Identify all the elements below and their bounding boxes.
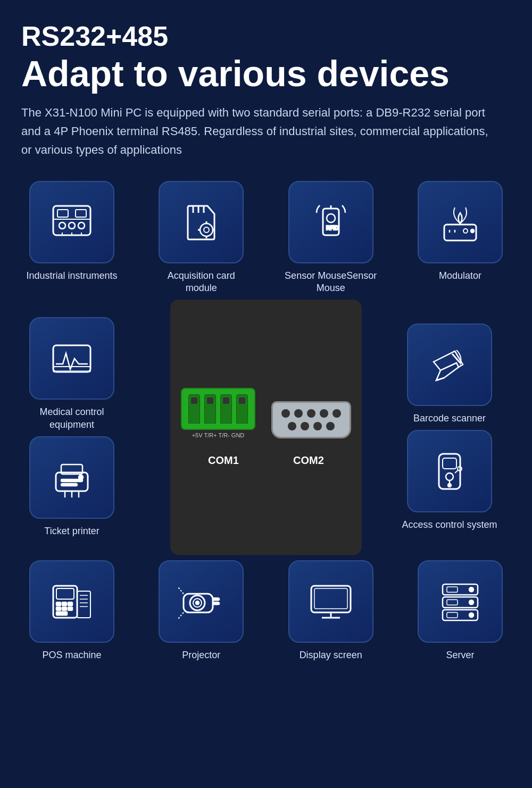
svg-rect-1: [57, 210, 68, 217]
db9-pin: [326, 422, 335, 430]
row-2: Medical control equipment: [21, 300, 511, 555]
svg-rect-54: [62, 607, 66, 610]
access-icon: [426, 447, 473, 495]
com2-label: COM2: [293, 454, 324, 467]
ticket-label: Ticket printer: [44, 525, 99, 537]
connector-row: +5V T/R+ T/R- GND: [181, 388, 351, 438]
svg-rect-52: [68, 602, 72, 605]
svg-point-75: [469, 587, 473, 592]
db9-connector: [271, 401, 351, 438]
pin-slot: [239, 397, 245, 404]
barcode-icon-box: [407, 324, 492, 406]
com1-block: +5V T/R+ T/R- GND: [181, 388, 255, 438]
svg-point-47: [448, 484, 451, 487]
industrial-icon-box: [29, 181, 114, 263]
pin-slot: [207, 397, 213, 404]
barcode-label: Barcode scanner: [413, 412, 486, 425]
right-column: Barcode scanner Access control sy: [399, 324, 511, 532]
sensor-label: Sensor MouseSensor Mouse: [280, 270, 381, 295]
com1-label: COM1: [208, 454, 239, 467]
svg-rect-2: [76, 210, 86, 217]
svg-rect-49: [56, 588, 74, 599]
svg-point-38: [79, 475, 83, 479]
modulator-icon-box: [418, 181, 503, 263]
description-text: The X31-N100 Mini PC is equipped with tw…: [21, 103, 500, 160]
device-modulator: Modulator: [410, 181, 511, 295]
sensor-icon: RFID: [307, 198, 355, 246]
pos-icon: [48, 578, 96, 626]
db9-pin: [301, 422, 309, 430]
projector-label: Projector: [182, 649, 220, 661]
com2-block: [271, 401, 351, 438]
acquisition-icon: [177, 198, 225, 246]
ticket-icon: [48, 454, 96, 502]
modulator-icon: [436, 198, 484, 246]
svg-point-77: [469, 613, 473, 617]
phoenix-pin-1: [188, 394, 200, 424]
title-rs232: RS232+485: [21, 21, 511, 52]
device-acquisition: Acquisition card module: [151, 181, 252, 295]
device-projector: Projector: [151, 560, 252, 661]
svg-rect-78: [447, 587, 458, 592]
svg-rect-0: [53, 206, 90, 235]
svg-rect-55: [68, 607, 72, 610]
svg-rect-32: [61, 479, 82, 482]
phoenix-terminal: [181, 388, 255, 430]
row-1: Industrial instruments: [21, 181, 511, 295]
display-label: Display screen: [300, 649, 362, 661]
device-barcode: Barcode scanner: [399, 324, 500, 425]
svg-rect-33: [61, 484, 77, 486]
display-icon-box: [288, 560, 373, 643]
access-icon-box: [407, 430, 492, 512]
svg-point-4: [69, 222, 75, 229]
pin-label: +5V T/R+ T/R- GND: [192, 432, 245, 438]
device-industrial: Industrial instruments: [21, 181, 122, 295]
display-icon: [307, 578, 355, 626]
svg-rect-67: [213, 602, 219, 604]
svg-point-25: [463, 229, 468, 233]
server-label: Server: [446, 649, 474, 661]
left-column: Medical control equipment: [21, 317, 133, 537]
device-display: Display screen: [280, 560, 381, 661]
device-grid: Industrial instruments: [21, 181, 511, 662]
acquisition-icon-box: [159, 181, 244, 263]
svg-point-19: [327, 214, 335, 222]
svg-rect-28: [53, 345, 90, 372]
pin-slot: [191, 397, 197, 404]
title-adapt: Adapt to various devices: [21, 54, 511, 94]
medical-icon: [48, 335, 96, 383]
svg-point-65: [196, 601, 199, 604]
com-connectors: +5V T/R+ T/R- GND: [181, 388, 351, 467]
svg-point-76: [469, 600, 473, 604]
db9-pin: [307, 409, 315, 418]
pin-slot: [223, 397, 229, 404]
medical-icon-box: [29, 317, 114, 400]
industrial-label: Industrial instruments: [26, 270, 117, 282]
phoenix-pin-4: [236, 394, 248, 424]
db9-row-2: [288, 422, 335, 430]
db9-row-1: [281, 409, 341, 418]
device-access: Access control system: [399, 430, 500, 531]
sensor-icon-box: RFID: [288, 181, 373, 263]
db9-pin: [294, 409, 303, 418]
pos-label: POS machine: [42, 649, 101, 661]
acquisition-label: Acquisition card module: [151, 270, 252, 295]
svg-point-5: [78, 222, 85, 229]
svg-rect-69: [314, 588, 347, 609]
svg-rect-50: [56, 602, 61, 605]
modulator-label: Modulator: [439, 270, 481, 282]
barcode-icon: [426, 341, 473, 388]
com-label-row: COM1 COM2: [181, 454, 351, 467]
svg-point-13: [200, 223, 213, 236]
center-connector-box: +5V T/R+ T/R- GND: [170, 300, 362, 555]
server-icon-box: [418, 560, 503, 643]
device-server: Server: [410, 560, 511, 661]
db9-pin: [288, 422, 296, 430]
svg-rect-53: [56, 607, 61, 610]
row-3: POS machine Projector: [21, 560, 511, 661]
db9-pin: [313, 422, 322, 430]
device-sensor: RFID Sensor MouseSensor Mouse: [280, 181, 381, 295]
svg-point-3: [59, 222, 65, 229]
industrial-icon: [48, 198, 96, 246]
svg-rect-80: [447, 612, 458, 618]
